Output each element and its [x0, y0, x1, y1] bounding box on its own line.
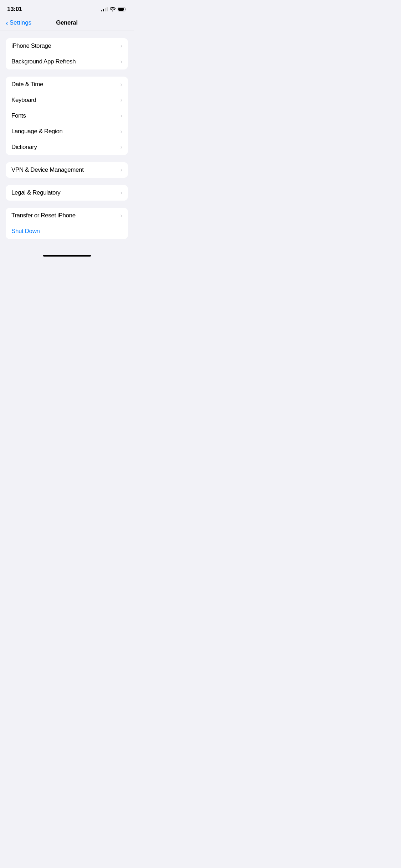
fonts-item[interactable]: Fonts ›: [6, 108, 128, 124]
vpn-section: VPN & Device Management ›: [6, 162, 128, 178]
home-indicator: [0, 252, 134, 259]
wifi-icon: [110, 7, 115, 11]
svg-rect-1: [125, 9, 126, 10]
iphone-storage-item[interactable]: iPhone Storage ›: [6, 38, 128, 54]
chevron-right-icon: ›: [120, 167, 122, 173]
chevron-right-icon: ›: [120, 81, 122, 88]
vpn-device-management-item[interactable]: VPN & Device Management ›: [6, 162, 128, 178]
transfer-reset-item[interactable]: Transfer or Reset iPhone ›: [6, 208, 128, 223]
status-icons: [101, 7, 127, 11]
chevron-right-icon: ›: [120, 144, 122, 150]
chevron-right-icon: ›: [120, 43, 122, 49]
locale-section: Date & Time › Keyboard › Fonts › Languag…: [6, 77, 128, 155]
vpn-device-management-label: VPN & Device Management: [11, 166, 83, 174]
chevron-right-icon: ›: [120, 58, 122, 65]
chevron-right-icon: ›: [120, 97, 122, 103]
legal-section: Legal & Regulatory ›: [6, 185, 128, 201]
background-app-refresh-item[interactable]: Background App Refresh ›: [6, 54, 128, 69]
chevron-right-icon: ›: [120, 128, 122, 135]
status-bar: 13:01: [0, 0, 134, 16]
battery-icon: [118, 7, 127, 11]
reset-section: Transfer or Reset iPhone › Shut Down: [6, 208, 128, 239]
shut-down-item[interactable]: Shut Down: [6, 223, 128, 239]
transfer-reset-label: Transfer or Reset iPhone: [11, 212, 76, 219]
date-time-label: Date & Time: [11, 81, 43, 88]
legal-regulatory-item[interactable]: Legal & Regulatory ›: [6, 185, 128, 201]
background-app-refresh-label: Background App Refresh: [11, 58, 76, 65]
keyboard-label: Keyboard: [11, 97, 36, 104]
keyboard-item[interactable]: Keyboard ›: [6, 92, 128, 108]
home-bar: [43, 255, 91, 257]
date-time-item[interactable]: Date & Time ›: [6, 77, 128, 92]
back-chevron-icon: ‹: [6, 19, 8, 26]
dictionary-label: Dictionary: [11, 144, 37, 151]
chevron-right-icon: ›: [120, 212, 122, 219]
shut-down-label: Shut Down: [11, 228, 40, 235]
chevron-right-icon: ›: [120, 113, 122, 119]
iphone-storage-label: iPhone Storage: [11, 42, 51, 50]
back-button[interactable]: ‹ Settings: [6, 19, 31, 26]
signal-icon: [101, 7, 108, 11]
chevron-right-icon: ›: [120, 190, 122, 196]
svg-rect-2: [118, 8, 124, 11]
content-area: iPhone Storage › Background App Refresh …: [0, 31, 134, 246]
language-region-item[interactable]: Language & Region ›: [6, 124, 128, 139]
storage-section: iPhone Storage › Background App Refresh …: [6, 38, 128, 69]
fonts-label: Fonts: [11, 112, 26, 119]
language-region-label: Language & Region: [11, 128, 63, 135]
legal-regulatory-label: Legal & Regulatory: [11, 189, 60, 196]
nav-bar: ‹ Settings General: [0, 16, 134, 31]
page-title: General: [56, 19, 78, 26]
dictionary-item[interactable]: Dictionary ›: [6, 139, 128, 155]
status-time: 13:01: [7, 6, 22, 13]
back-label: Settings: [10, 19, 31, 26]
